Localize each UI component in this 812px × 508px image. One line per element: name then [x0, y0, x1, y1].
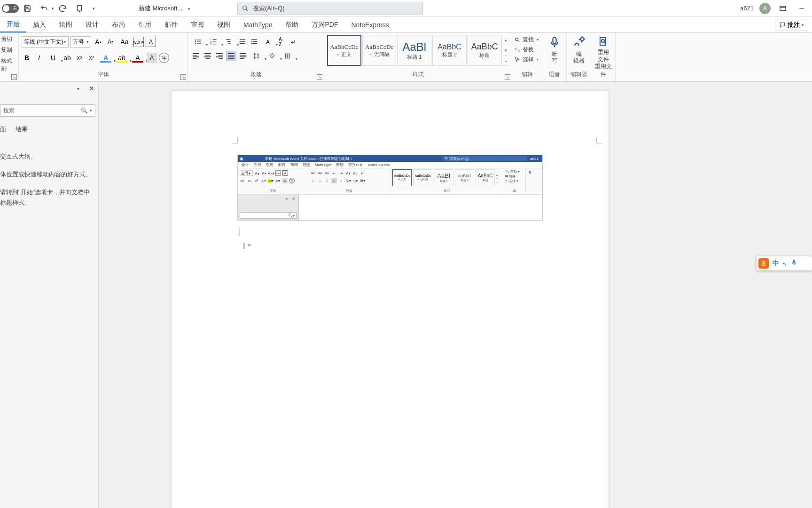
tab-references[interactable]: 引用 [132, 17, 158, 32]
style-heading2[interactable]: AaBbC 标题 2 [432, 35, 467, 66]
sort-button[interactable]: A↓Z [276, 37, 287, 47]
replace-button[interactable]: 替换 [514, 45, 540, 55]
nav-search-input[interactable] [3, 107, 81, 114]
numbering-button[interactable]: 123▾ [206, 37, 220, 47]
format-painter-button[interactable]: 格式刷 [1, 56, 17, 74]
font-name-combo[interactable]: 等线 (中文正文)▾ [22, 36, 69, 48]
tab-draw[interactable]: 绘图 [53, 17, 79, 32]
tab-wanxingpdf[interactable]: 万兴PDF [305, 17, 344, 32]
multilevel-list-button[interactable]: ▾ [222, 37, 236, 47]
styles-scroll-up[interactable]: ▴ [503, 35, 509, 45]
doc-title-dropdown[interactable]: ▾ [188, 7, 190, 11]
ime-logo-icon[interactable]: S [758, 258, 769, 269]
style-title[interactable]: AaBbC 标题 [468, 35, 502, 66]
shading-button[interactable]: ▾ [265, 51, 279, 61]
styles-scroll-down[interactable]: ▾ [503, 45, 509, 56]
styles-dialog-launcher[interactable]: ↘ [505, 74, 510, 80]
ime-mic-icon[interactable] [790, 259, 798, 268]
phonetic-button[interactable]: wénA [133, 37, 144, 47]
page[interactable]: ▣ 新建 Microsoft Word 文档.docx • 已保存到这台电脑 •… [172, 91, 609, 508]
tab-view[interactable]: 视图 [211, 17, 237, 32]
font-dialog-launcher[interactable]: ↘ [180, 74, 186, 80]
change-case-button[interactable]: Aa▾ [117, 37, 132, 47]
tab-home[interactable]: 开始 [0, 17, 26, 32]
underline-button[interactable]: U▾ [46, 53, 60, 63]
undo-dropdown[interactable]: ▾ [52, 6, 54, 11]
align-left-button[interactable] [191, 51, 201, 61]
show-marks-button[interactable]: ↵ [288, 37, 298, 47]
ime-lang-button[interactable]: 中 [773, 259, 779, 268]
document-title[interactable]: 新建 Microsoft... ▾ [139, 4, 190, 13]
cut-button[interactable]: 剪切 [1, 34, 17, 45]
bullets-button[interactable]: ▾ [191, 37, 205, 47]
nav-tab-pages[interactable]: 面 [0, 125, 6, 134]
autosave-toggle[interactable]: 关 [2, 4, 19, 13]
tab-design[interactable]: 设计 [79, 17, 105, 32]
tab-help[interactable]: 帮助 [279, 17, 305, 32]
redo-button[interactable] [56, 2, 69, 15]
style-normal[interactable]: AaBbCcDc ↵正文 [327, 35, 361, 66]
paragraph-dialog-launcher[interactable]: ↘ [317, 74, 322, 80]
text-effects-button[interactable]: A▾ [99, 53, 113, 63]
highlight-button[interactable]: ab▾ [115, 53, 129, 63]
tab-review[interactable]: 审阅 [184, 17, 211, 32]
align-center-button[interactable] [203, 51, 213, 61]
tab-noteexpress[interactable]: NoteExpress [344, 17, 395, 32]
voice-group[interactable]: 听 写 语音 [542, 33, 567, 81]
superscript-button[interactable]: X2 [86, 53, 97, 63]
asian-layout-button[interactable]: A▾ [261, 37, 275, 47]
qat-customize-dropdown[interactable]: ▾ [93, 6, 95, 11]
increase-indent-button[interactable] [249, 37, 259, 47]
line-spacing-button[interactable]: ▾ [250, 51, 264, 61]
styles-more[interactable]: ⌄ [503, 56, 509, 66]
char-border-button[interactable]: A [146, 37, 156, 47]
shrink-font-button[interactable]: A▾ [105, 37, 116, 47]
save-button[interactable] [21, 2, 34, 15]
minimize-button[interactable] [795, 2, 808, 15]
comments-button[interactable]: 批注 ▾ [775, 19, 808, 31]
reuse-group[interactable]: 重用 文件 重用文件 [591, 33, 616, 81]
tab-insert[interactable]: 插入 [26, 17, 53, 32]
align-right-button[interactable] [214, 51, 225, 61]
ribbon-display-button[interactable] [776, 2, 789, 15]
font-size-combo[interactable]: 五号▾ [70, 36, 91, 48]
nav-tab-results[interactable]: 结果 [16, 125, 28, 134]
style-nospacing[interactable]: AaBbCcDc ↵无间隔 [362, 35, 397, 66]
nav-close-button[interactable]: ✕ [89, 85, 94, 92]
copy-button[interactable]: 复制 [1, 45, 17, 56]
tab-mathtype[interactable]: MathType [237, 17, 279, 32]
select-button[interactable]: 选择▾ [514, 55, 540, 64]
align-justify-button[interactable] [226, 51, 236, 61]
strikethrough-button[interactable]: ab [62, 53, 72, 63]
char-shading-button[interactable]: A [147, 53, 157, 63]
nav-search-icon[interactable]: 🔍 [81, 107, 88, 114]
clipboard-dialog-launcher[interactable]: ↘ [11, 74, 17, 80]
nav-options-dropdown[interactable]: ▾ [77, 86, 79, 91]
find-button[interactable]: 查找▾ [514, 35, 540, 45]
bold-button[interactable]: B [22, 53, 32, 63]
font-color-button[interactable]: A▾ [131, 53, 145, 63]
user-name[interactable]: a621 [740, 5, 754, 12]
editor-group[interactable]: 编 辑器 编辑器 [567, 33, 591, 81]
undo-button[interactable] [38, 2, 51, 15]
nav-search-box[interactable]: 🔍 ▾ [0, 104, 95, 117]
borders-button[interactable]: ▾ [281, 51, 295, 61]
tab-mailings[interactable]: 邮件 [158, 17, 184, 32]
font-group: 等线 (中文正文)▾ 五号▾ A▴ A▾ Aa▾ wénA A B I U▾ a… [19, 33, 188, 81]
style-heading1[interactable]: AaBl 标题 1 [397, 35, 431, 66]
ime-punct-button[interactable]: •, [783, 260, 787, 267]
enclose-char-button[interactable]: 字 [159, 53, 169, 63]
ime-toolbar[interactable]: S 中 •, [757, 256, 812, 270]
tab-layout[interactable]: 布局 [105, 17, 132, 32]
subscript-button[interactable]: X2 [74, 53, 85, 63]
nav-search-dropdown[interactable]: ▾ [90, 108, 92, 113]
document-area[interactable]: ▣ 新建 Microsoft Word 文档.docx • 已保存到这台电脑 •… [99, 82, 812, 508]
touch-mode-button[interactable] [73, 2, 86, 15]
grow-font-button[interactable]: A▴ [93, 37, 103, 47]
user-avatar[interactable]: A [759, 3, 771, 14]
search-box[interactable]: 搜索(Alt+Q) [237, 2, 423, 15]
align-distribute-button[interactable] [238, 51, 248, 61]
decrease-indent-button[interactable] [237, 37, 248, 47]
italic-button[interactable]: I [34, 53, 44, 63]
embedded-image[interactable]: ▣ 新建 Microsoft Word 文档.docx • 已保存到这台电脑 •… [237, 155, 543, 221]
